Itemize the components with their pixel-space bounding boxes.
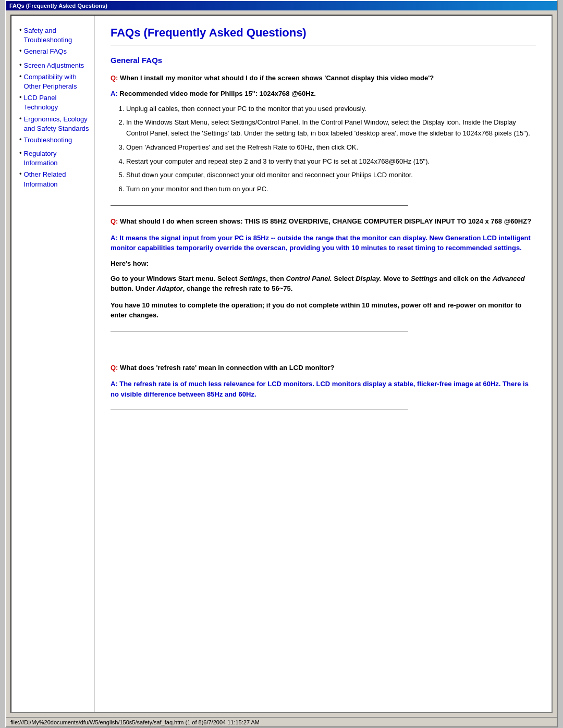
title-bar: FAQs (Frequently Asked Questions)	[6, 1, 557, 10]
status-text: file:///D|/My%20documents/dfu/W5/english…	[10, 719, 260, 725]
step-5: Shut down your computer, disconnect your…	[126, 170, 536, 181]
bullet-icon: •	[19, 149, 22, 168]
a2-text: A: It means the signal input from your P…	[111, 233, 536, 253]
sidebar-link-ergonomics[interactable]: Ergonomics, Ecology and Safety Standards	[24, 115, 89, 133]
q3-text: What does 'refresh rate' mean in connect…	[120, 364, 334, 372]
sidebar-link-compatibility[interactable]: Compatibility with Other Peripherals	[24, 72, 89, 91]
a3-label: A:	[111, 380, 118, 388]
content-area: • Safety and Troubleshooting • General F…	[10, 15, 553, 713]
page-title: FAQs (Frequently Asked Questions)	[111, 26, 536, 40]
sidebar-item-screen[interactable]: • Screen Adjustments	[19, 61, 89, 70]
sidebar-item-general-faqs[interactable]: • General FAQs	[19, 47, 89, 56]
a1-rec: A: Recommended video mode for Philips 15…	[111, 90, 536, 97]
q2-label: Q:	[111, 217, 118, 225]
sidebar-item-compatibility[interactable]: • Compatibility with Other Peripherals	[19, 72, 89, 91]
step-4: Restart your computer and repeat step 2 …	[126, 156, 536, 167]
main-content: FAQs (Frequently Asked Questions) Genera…	[95, 16, 552, 712]
section-divider-3	[111, 410, 408, 410]
bullet-icon: •	[19, 93, 22, 112]
a1-label: A:	[111, 90, 118, 97]
sidebar-item-troubleshooting[interactable]: • Troubleshooting	[19, 135, 89, 145]
a3-text: A: The refresh rate is of much less rele…	[111, 379, 536, 399]
a2-label: A:	[111, 234, 118, 242]
sidebar-item-other[interactable]: • Other Related Information	[19, 170, 89, 189]
section-divider-1	[111, 205, 408, 206]
bullet-icon: •	[19, 47, 22, 56]
q1-text: When I install my monitor what should I …	[120, 74, 434, 82]
status-bar: file:///D|/My%20documents/dfu/W5/english…	[6, 717, 557, 726]
bullet-icon: •	[19, 170, 22, 189]
sidebar-link-general-faqs[interactable]: General FAQs	[24, 47, 67, 56]
step-2: In the Windows Start Menu, select Settin…	[126, 117, 536, 139]
go-to-text: Go to your Windows Start menu. Select Se…	[111, 274, 536, 294]
bullet-icon: •	[19, 115, 22, 133]
sidebar-link-troubleshooting[interactable]: Troubleshooting	[24, 135, 72, 145]
you-have-text: You have 10 minutes to complete the oper…	[111, 300, 536, 320]
bullet-icon: •	[19, 135, 22, 145]
question-2: Q: What should I do when screen shows: T…	[111, 216, 536, 227]
heres-how: Here's how:	[111, 260, 536, 267]
step-1: Unplug all cables, then connect your PC …	[126, 104, 536, 115]
sidebar-link-lcd[interactable]: LCD Panel Technology	[24, 93, 89, 112]
sidebar: • Safety and Troubleshooting • General F…	[11, 16, 95, 712]
sidebar-item-ergonomics[interactable]: • Ergonomics, Ecology and Safety Standar…	[19, 115, 89, 133]
window-title: FAQs (Frequently Asked Questions)	[9, 3, 107, 9]
q3-label: Q:	[111, 364, 118, 372]
browser-window: FAQs (Frequently Asked Questions) • Safe…	[5, 0, 558, 727]
bullet-icon: •	[19, 72, 22, 91]
a3-answer: The refresh rate is of much less relevan…	[111, 380, 529, 398]
title-divider	[111, 45, 536, 45]
sidebar-link-safety[interactable]: Safety and Troubleshooting	[24, 26, 89, 45]
sidebar-link-screen[interactable]: Screen Adjustments	[24, 61, 84, 70]
step-3: Open 'Advanced Properties' and set the R…	[126, 142, 536, 153]
sidebar-link-other[interactable]: Other Related Information	[24, 170, 89, 189]
question-1: Q: When I install my monitor what should…	[111, 73, 536, 83]
sidebar-link-regulatory[interactable]: Regulatory Information	[24, 149, 89, 168]
bullet-icon: •	[19, 26, 22, 45]
q2-text: What should I do when screen shows: THIS…	[120, 217, 531, 225]
section-heading: General FAQs	[111, 56, 536, 65]
steps-list-1: Unplug all cables, then connect your PC …	[126, 104, 536, 195]
bullet-icon: •	[19, 61, 22, 70]
step-6: Turn on your monitor and then turn on yo…	[126, 184, 536, 195]
section-divider-2	[111, 331, 408, 331]
sidebar-item-lcd[interactable]: • LCD Panel Technology	[19, 93, 89, 112]
a1-rec-text: Recommended video mode for Philips 15": …	[119, 90, 315, 97]
sidebar-item-regulatory[interactable]: • Regulatory Information	[19, 149, 89, 168]
q1-label: Q:	[111, 74, 118, 82]
a2-answer: It means the signal input from your PC i…	[111, 234, 531, 252]
question-3: Q: What does 'refresh rate' mean in conn…	[111, 363, 536, 373]
sidebar-item-safety[interactable]: • Safety and Troubleshooting	[19, 26, 89, 45]
